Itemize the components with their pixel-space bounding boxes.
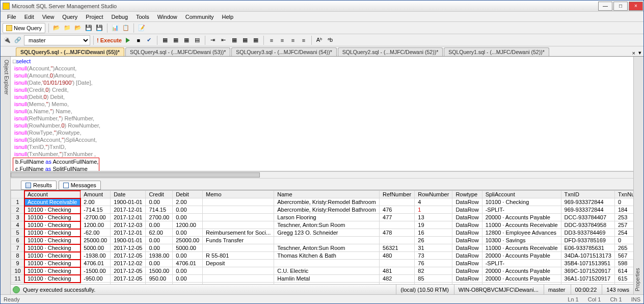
menu-debug[interactable]: Debug xyxy=(108,13,131,21)
col-Memo[interactable]: Memo xyxy=(203,191,274,198)
messages-icon xyxy=(63,183,69,188)
minimize-button[interactable]: — xyxy=(598,2,612,11)
new-query-icon xyxy=(6,25,12,31)
save-icon[interactable]: 💾 xyxy=(84,23,93,33)
menu-project[interactable]: Project xyxy=(82,13,106,21)
open-project-icon[interactable]: 📁 xyxy=(63,23,72,33)
table-row[interactable]: 810100 · Checking-1938.002017-12-051938.… xyxy=(11,252,634,260)
insert-mode: INS xyxy=(631,296,640,302)
status-server: (local) (10.50 RTM) xyxy=(396,285,453,294)
menubar: FileEditViewQueryProjectDebugToolsWindow… xyxy=(1,12,643,22)
comment-block-icon[interactable]: ▦ xyxy=(230,36,239,45)
change-connection-icon[interactable]: 🔗 xyxy=(13,36,22,45)
col-SpliAccount[interactable]: SpliAccount xyxy=(482,191,561,198)
database-select[interactable]: master xyxy=(24,35,90,45)
specify-values-icon[interactable]: ▦ xyxy=(251,36,260,45)
messages-tab[interactable]: Messages xyxy=(59,181,101,190)
sql-editor[interactable]: □select isnull(Account,'')Account, isnul… xyxy=(11,57,633,171)
prev-bookmark-icon[interactable]: ≡ xyxy=(299,36,308,45)
results-tab[interactable]: Results xyxy=(21,181,57,190)
results-grid[interactable]: AccountAmountDateCreditDebitMemoNameRefN… xyxy=(11,190,633,284)
indent-icon[interactable]: ⇥ xyxy=(208,36,218,45)
table-row[interactable]: 510100 · Checking-62.002017-12-0162.000.… xyxy=(11,229,634,237)
table-row[interactable]: 710100 · Checking5000.002017-12-050.0050… xyxy=(11,244,634,252)
menu-tools[interactable]: Tools xyxy=(132,13,153,21)
connect-icon[interactable]: 🔌 xyxy=(3,36,12,45)
execute-button[interactable]: ! Execute xyxy=(97,37,122,43)
close-button[interactable]: × xyxy=(629,2,643,11)
titlebar: Microsoft SQL Server Management Studio —… xyxy=(1,1,643,12)
include-plan-icon[interactable]: ▦ xyxy=(171,36,180,45)
properties-tab[interactable]: Properties xyxy=(633,57,643,294)
object-explorer-tab[interactable]: Object Explorer xyxy=(1,57,11,294)
display-plan-icon[interactable]: ▦ xyxy=(160,36,170,45)
open-file-icon[interactable]: 📂 xyxy=(52,23,61,33)
caret-ch: Ch 1 xyxy=(610,296,622,302)
comment-icon[interactable]: 📝 xyxy=(137,23,146,33)
menu-query[interactable]: Query xyxy=(59,13,81,21)
stop-icon[interactable]: ■ xyxy=(134,36,143,45)
doc-tab-3[interactable]: SQLQuery2.sql - (...MJFC/Dewani (52))* xyxy=(338,47,443,56)
col-Date[interactable]: Date xyxy=(111,191,146,198)
col-RowNumber[interactable]: RowNumber xyxy=(415,191,452,198)
results-text-icon[interactable]: ▤ xyxy=(193,36,202,45)
menu-view[interactable]: View xyxy=(39,13,58,21)
activity-monitor-icon[interactable]: 📊 xyxy=(111,23,120,33)
menu-community[interactable]: Community xyxy=(182,13,218,21)
col-TxnNumber[interactable]: TxnNumber xyxy=(614,191,633,198)
active-files-dropdown-icon[interactable]: ▾ xyxy=(638,49,641,56)
col-Account[interactable]: Account xyxy=(24,191,81,198)
toolbar-query: 🔌 🔗 master ! Execute ■ ✔ ▦ ▦ ▦ ▤ ⇥ ⇤ ▦ ▦… xyxy=(1,34,643,46)
intellisense-a-icon[interactable]: Aᵇ xyxy=(315,36,324,45)
document-tabstrip: SQLQuery5.sql - (...MJFC\Dewani (55))*SQ… xyxy=(1,46,643,57)
doc-tab-0[interactable]: SQLQuery5.sql - (...MJFC\Dewani (55))* xyxy=(16,47,124,56)
results-grid-icon xyxy=(25,183,31,188)
menu-help[interactable]: Help xyxy=(218,13,237,21)
open-folder-icon[interactable]: 📂 xyxy=(73,23,83,33)
col-TxnID[interactable]: TxnID xyxy=(561,191,614,198)
intellisense-b-icon[interactable]: ᵃb xyxy=(326,36,335,45)
col-Amount[interactable]: Amount xyxy=(81,191,111,198)
table-row[interactable]: 410100 · Checking1200.002017-12-030.0012… xyxy=(11,221,634,229)
table-row[interactable]: 1110100 · Checking-950.002017-12-05950.0… xyxy=(11,275,634,283)
col-RefNumber[interactable]: RefNumber xyxy=(380,191,415,198)
editor-scrollbar[interactable] xyxy=(11,171,633,179)
col-rownum[interactable] xyxy=(11,191,24,198)
restore-button[interactable]: □ xyxy=(613,2,628,11)
table-row[interactable]: 210100 · Checking-714.152017-12-01714.15… xyxy=(11,206,634,214)
status-db: master xyxy=(544,285,570,294)
table-row[interactable]: 1Account Receivable2.001900-01-010.002.0… xyxy=(11,198,634,206)
col-Name[interactable]: Name xyxy=(274,191,380,198)
col-Debit[interactable]: Debit xyxy=(173,191,203,198)
close-tab-icon[interactable]: × xyxy=(632,50,635,56)
new-query-button[interactable]: New Query xyxy=(3,23,45,33)
table-row[interactable]: 1010100 · Checking-1500.002017-12-051500… xyxy=(11,267,634,275)
table-row[interactable]: 910100 · Checking4706.012017-12-020.0047… xyxy=(11,260,634,267)
menu-window[interactable]: Window xyxy=(154,13,181,21)
success-icon xyxy=(13,286,20,293)
table-row[interactable]: 610100 · Checking25000.001900-01-010.002… xyxy=(11,237,634,244)
doc-tab-4[interactable]: SQLQuery1.sql - (...MJFC/Dewani (52))* xyxy=(444,47,549,56)
save-all-icon[interactable]: 💾 xyxy=(95,23,104,33)
results-grid-icon[interactable]: ▦ xyxy=(182,36,191,45)
doc-tab-1[interactable]: SQLQuery4.sql - (...MJFC/Dewani (53))* xyxy=(125,47,230,56)
table-row[interactable]: 310100 · Checking-2700.002017-12-012700.… xyxy=(11,214,634,221)
window-title: Microsoft SQL Server Management Studio xyxy=(12,3,598,9)
parse-check-icon[interactable]: ✔ xyxy=(145,36,154,45)
status-time: 00:00:22 xyxy=(571,285,601,294)
debug-play-icon[interactable] xyxy=(123,36,132,45)
uncomment-icon[interactable]: ▦ xyxy=(240,36,250,45)
outdent-icon[interactable]: ⇤ xyxy=(219,36,228,45)
toolbar-main: New Query 📂 📁 📂 💾 💾 📊 📋 📝 xyxy=(1,22,643,34)
decrease-indent-icon[interactable]: ≡ xyxy=(267,36,276,45)
col-Rowtype[interactable]: Rowtype xyxy=(452,191,482,198)
menu-file[interactable]: File xyxy=(4,13,20,21)
doc-tab-2[interactable]: SQLQuery3.sql - (...MJFC/Dewani (54))* xyxy=(231,47,336,56)
col-Credit[interactable]: Credit xyxy=(146,191,173,198)
status-message: Query executed successfully. xyxy=(23,287,95,293)
menu-edit[interactable]: Edit xyxy=(21,13,38,21)
registered-servers-icon[interactable]: 📋 xyxy=(121,23,130,33)
increase-indent-icon[interactable]: ≡ xyxy=(278,36,287,45)
toggle-bookmark-icon[interactable]: ≡ xyxy=(288,36,298,45)
results-tabs: Results Messages xyxy=(11,179,633,190)
